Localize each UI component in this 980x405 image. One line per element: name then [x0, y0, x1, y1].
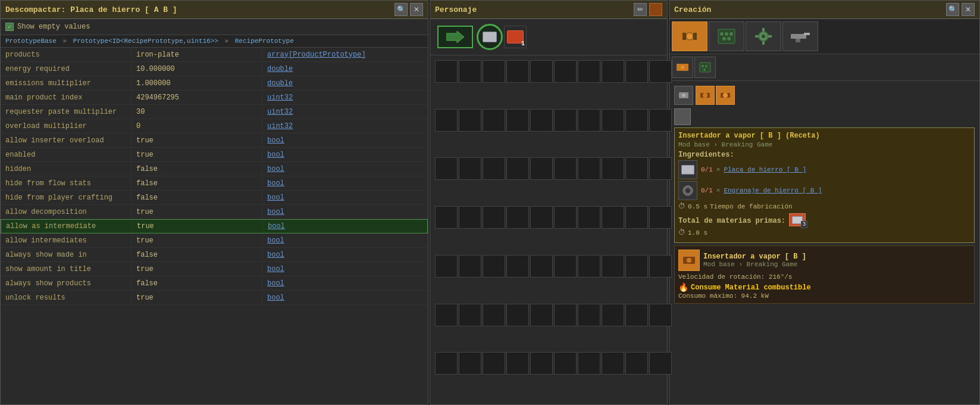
inventory-slot[interactable]: [506, 255, 529, 278]
inventory-slot[interactable]: [578, 60, 600, 83]
inventory-slot[interactable]: [578, 304, 600, 326]
middle-pencil-button[interactable]: ✏: [634, 3, 647, 16]
prop-type-cell[interactable]: uint32: [262, 92, 298, 104]
inventory-slot[interactable]: [459, 304, 481, 326]
inventory-slot[interactable]: [602, 206, 624, 229]
prop-type-cell[interactable]: double: [262, 63, 298, 75]
inventory-slot[interactable]: [649, 255, 672, 278]
show-empty-checkbox[interactable]: ✓: [5, 23, 14, 31]
inventory-slot[interactable]: [602, 304, 624, 326]
prop-type-cell[interactable]: bool: [262, 192, 289, 204]
ing-1-name[interactable]: Placa de hierro [ B ]: [724, 166, 806, 173]
inventory-slot[interactable]: [530, 109, 553, 132]
inventory-slot[interactable]: [625, 60, 648, 83]
inventory-slot[interactable]: [483, 206, 505, 229]
craft-tab-2[interactable]: [709, 21, 744, 51]
inventory-slot[interactable]: [578, 255, 600, 278]
inventory-slot[interactable]: [649, 206, 672, 229]
prop-type-cell[interactable]: bool: [263, 220, 290, 232]
prop-type-cell[interactable]: bool: [262, 278, 289, 289]
prop-type-cell[interactable]: bool: [262, 135, 289, 147]
inventory-slot[interactable]: [483, 255, 505, 278]
inventory-slot[interactable]: [625, 304, 648, 326]
right-search-button[interactable]: 🔍: [946, 3, 959, 16]
prop-type-cell[interactable]: bool: [262, 206, 289, 218]
inventory-slot[interactable]: [578, 157, 600, 180]
search-button[interactable]: 🔍: [394, 3, 408, 16]
inventory-slot[interactable]: [554, 304, 577, 326]
inventory-slot[interactable]: [483, 352, 505, 375]
inventory-slot[interactable]: [506, 157, 529, 180]
inventory-slot[interactable]: [506, 206, 529, 229]
prop-type-cell[interactable]: bool: [262, 235, 289, 247]
inventory-slot[interactable]: [602, 352, 624, 375]
inventory-slot[interactable]: [435, 60, 458, 83]
inventory-slot[interactable]: [625, 352, 648, 375]
inventory-slot[interactable]: [483, 304, 505, 326]
prop-type-cell[interactable]: bool: [262, 249, 289, 261]
inventory-slot[interactable]: [602, 109, 624, 132]
inventory-slot[interactable]: [483, 109, 505, 132]
prop-type-cell[interactable]: bool: [262, 163, 289, 175]
inventory-slot[interactable]: [625, 109, 648, 132]
inventory-slot[interactable]: [554, 157, 577, 180]
inserter-icon-2[interactable]: [716, 86, 735, 105]
inventory-slot[interactable]: [506, 304, 529, 326]
inventory-slot[interactable]: [435, 255, 458, 278]
inventory-slot[interactable]: [602, 157, 624, 180]
middle-brown-button[interactable]: [649, 3, 662, 16]
ing-2-name[interactable]: Engranaje de hierro [ B ]: [724, 187, 822, 194]
inventory-slot[interactable]: [554, 255, 577, 278]
inventory-slot[interactable]: [602, 60, 624, 83]
inventory-slot[interactable]: [649, 60, 672, 83]
prop-type-cell[interactable]: bool: [262, 149, 289, 161]
inventory-slot[interactable]: [459, 60, 481, 83]
prop-type-cell[interactable]: array[ProductPrototype]: [262, 49, 371, 61]
breadcrumb-end[interactable]: RecipePrototype: [235, 38, 294, 45]
craft-small-icon-1[interactable]: [674, 86, 693, 105]
inventory-slot[interactable]: [625, 157, 648, 180]
inventory-slot[interactable]: [554, 206, 577, 229]
right-close-button[interactable]: ✕: [962, 3, 975, 16]
side-icon-1[interactable]: [672, 57, 693, 78]
inventory-slot[interactable]: [649, 304, 672, 326]
inventory-slot[interactable]: [483, 157, 505, 180]
inventory-slot[interactable]: [459, 206, 481, 229]
craft-tab-3[interactable]: [746, 21, 781, 51]
gray-strip-icon[interactable]: [674, 108, 691, 125]
inventory-slot[interactable]: [435, 206, 458, 229]
inventory-slot[interactable]: [649, 109, 672, 132]
inventory-slot[interactable]: [459, 157, 481, 180]
breadcrumb-mid[interactable]: Prototype<ID<RecipePrototype,uint16>>: [73, 38, 218, 45]
prop-type-cell[interactable]: bool: [262, 263, 289, 275]
inventory-slot[interactable]: [506, 109, 529, 132]
inventory-slot[interactable]: [625, 206, 648, 229]
craft-tab-1[interactable]: [672, 21, 707, 51]
inventory-slot[interactable]: [649, 157, 672, 180]
inventory-slot[interactable]: [435, 304, 458, 326]
inventory-slot[interactable]: [530, 255, 553, 278]
green-circle-button[interactable]: [477, 24, 503, 50]
side-icon-2[interactable]: [694, 57, 716, 78]
inserter-icon-1[interactable]: [696, 86, 715, 105]
inventory-slot[interactable]: [530, 352, 553, 375]
prop-type-cell[interactable]: double: [262, 77, 298, 89]
item-slot-with-count[interactable]: 1: [504, 26, 527, 48]
inventory-slot[interactable]: [506, 60, 529, 83]
inventory-slot[interactable]: [483, 60, 505, 83]
inventory-slot[interactable]: [506, 352, 529, 375]
inventory-slot[interactable]: [530, 206, 553, 229]
inventory-slot[interactable]: [459, 109, 481, 132]
prop-type-cell[interactable]: bool: [262, 292, 289, 304]
breadcrumb-base[interactable]: PrototypeBase: [5, 38, 57, 45]
inventory-slot[interactable]: [602, 255, 624, 278]
inventory-slot[interactable]: [554, 109, 577, 132]
inventory-slot[interactable]: [554, 60, 577, 83]
inventory-slot[interactable]: [554, 352, 577, 375]
inventory-slot[interactable]: [530, 157, 553, 180]
inventory-slot[interactable]: [649, 352, 672, 375]
prop-type-cell[interactable]: bool: [262, 177, 289, 189]
inventory-slot[interactable]: [530, 60, 553, 83]
inventory-slot[interactable]: [435, 109, 458, 132]
prop-type-cell[interactable]: uint32: [262, 106, 298, 118]
